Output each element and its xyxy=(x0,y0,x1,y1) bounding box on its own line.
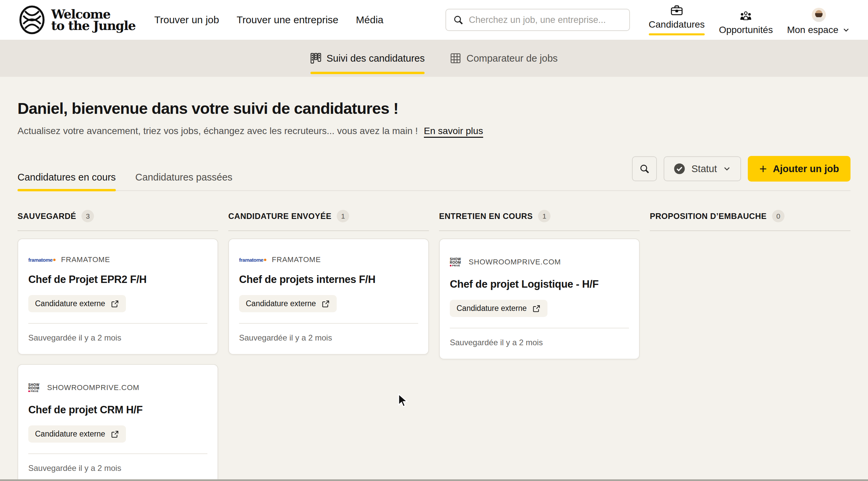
tab-candidatures-passees[interactable]: Candidatures passées xyxy=(135,172,232,190)
column-divider xyxy=(650,231,850,231)
search-icon xyxy=(639,163,650,174)
nav-candidatures[interactable]: Candidatures xyxy=(649,4,705,35)
showroomprive-logo: SHOW ROOM PRIVÉ xyxy=(28,381,42,394)
card-meta: Sauvegardée il y a 2 mois xyxy=(450,338,629,347)
company-row: SHOW ROOM PRIVÉ SHOWROOMPRIVE.COM xyxy=(450,255,629,269)
tab-suivi-des-candidatures[interactable]: Suivi des candidatures xyxy=(310,40,425,77)
column-header: PROPOSITION D’EMBAUCHE 0 xyxy=(650,210,850,222)
external-application-tag[interactable]: Candidature externe xyxy=(28,425,126,443)
job-card[interactable]: framatome FRAMATOME Chef de Projet EPR2 … xyxy=(18,239,218,355)
chevron-down-icon xyxy=(842,26,850,34)
top-header: Welcome to the Jungle Trouver un job Tro… xyxy=(0,0,868,40)
framatome-logo-dot xyxy=(53,259,56,261)
page-title: Daniel, bienvenue dans votre suivi de ca… xyxy=(18,99,850,118)
framatome-logo: framatome xyxy=(28,257,53,263)
tag-label: Candidature externe xyxy=(35,429,105,439)
tab-comparateur-label: Comparateur de jobs xyxy=(466,53,558,64)
column-divider xyxy=(228,231,429,231)
nav-mon-espace-label: Mon espace xyxy=(787,25,838,35)
external-application-tag[interactable]: Candidature externe xyxy=(239,295,337,312)
kanban-board: SAUVEGARDÉ 3 framatome FRAMATOME Chef de… xyxy=(18,210,850,481)
column-cards: framatome FRAMATOME Chef de Projet EPR2 … xyxy=(18,239,218,481)
plus-icon: + xyxy=(759,162,767,175)
status-filter-dropdown[interactable]: Statut xyxy=(663,156,741,181)
tag-label: Candidature externe xyxy=(246,299,316,308)
grid-icon xyxy=(450,53,461,64)
card-divider xyxy=(239,323,418,324)
card-divider xyxy=(28,453,208,454)
status-tabs: Candidatures en cours Candidatures passé… xyxy=(18,172,232,190)
nav-media[interactable]: Média xyxy=(356,14,383,26)
external-link-icon xyxy=(321,299,330,308)
job-title: Chef de Projet EPR2 F/H xyxy=(28,273,208,285)
company-row: framatome FRAMATOME xyxy=(28,255,208,264)
search-icon xyxy=(453,14,464,25)
column-sauvegarde: SAUVEGARDÉ 3 framatome FRAMATOME Chef de… xyxy=(18,210,218,481)
nav-mon-espace[interactable]: Mon espace xyxy=(787,8,850,35)
column-count-badge: 0 xyxy=(772,210,784,222)
company-name: FRAMATOME xyxy=(61,255,110,264)
job-card[interactable]: SHOW ROOM PRIVÉ SHOWROOMPRIVE.COM Chef d… xyxy=(18,364,218,481)
column-header: CANDIDATURE ENVOYÉE 1 xyxy=(228,210,429,222)
job-card[interactable]: SHOW ROOM PRIVÉ SHOWROOMPRIVE.COM Chef d… xyxy=(439,239,640,359)
card-meta: Sauvegardée il y a 2 mois xyxy=(239,333,418,342)
card-meta: Sauvegardée il y a 2 mois xyxy=(28,333,208,342)
wttj-logo[interactable]: Welcome to the Jungle xyxy=(18,5,135,34)
search-jobs-button[interactable] xyxy=(632,156,657,181)
column-title: ENTRETIEN EN COURS xyxy=(439,212,533,221)
chevron-down-icon xyxy=(722,164,732,174)
company-row: SHOW ROOM PRIVÉ SHOWROOMPRIVE.COM xyxy=(28,381,208,394)
global-search[interactable] xyxy=(445,9,630,31)
column-divider xyxy=(18,231,218,231)
kanban-icon xyxy=(310,53,321,64)
window-bottom-edge xyxy=(0,479,868,481)
check-circle-icon xyxy=(673,162,686,175)
company-name: FRAMATOME xyxy=(272,255,321,264)
tab-candidatures-en-cours[interactable]: Candidatures en cours xyxy=(18,172,116,190)
job-title: Chef de projet CRM H/F xyxy=(28,404,208,416)
page-subtitle-text: Actualisez votre avancement, triez vos j… xyxy=(18,126,418,136)
column-header: ENTRETIEN EN COURS 1 xyxy=(439,210,640,222)
tab-suivi-label: Suivi des candidatures xyxy=(327,53,425,64)
add-job-button[interactable]: + Ajouter un job xyxy=(748,156,850,182)
account-nav: Candidatures Opportunités xyxy=(649,4,850,35)
column-title: PROPOSITION D’EMBAUCHE xyxy=(650,212,767,221)
column-cards: SHOW ROOM PRIVÉ SHOWROOMPRIVE.COM Chef d… xyxy=(439,239,640,359)
showroomprive-logo: SHOW ROOM PRIVÉ xyxy=(450,255,463,269)
card-divider xyxy=(28,323,208,324)
briefcase-icon xyxy=(670,4,683,17)
external-application-tag[interactable]: Candidature externe xyxy=(450,300,548,317)
column-proposition-embauche: PROPOSITION D’EMBAUCHE 0 xyxy=(650,210,850,481)
user-avatar xyxy=(812,8,826,22)
tab-row: Candidatures en cours Candidatures passé… xyxy=(18,156,850,191)
column-count-badge: 3 xyxy=(82,210,94,222)
wttj-globe-icon xyxy=(18,5,46,34)
column-divider xyxy=(439,231,640,231)
column-title: SAUVEGARDÉ xyxy=(18,212,76,221)
main-nav: Trouver un job Trouver une entreprise Mé… xyxy=(154,14,383,26)
column-entretien-en-cours: ENTRETIEN EN COURS 1 SHOW ROOM PRIVÉ SHO… xyxy=(439,210,640,481)
learn-more-link[interactable]: En savoir plus xyxy=(424,126,483,138)
external-application-tag[interactable]: Candidature externe xyxy=(28,295,126,312)
tag-label: Candidature externe xyxy=(457,304,527,313)
column-count-badge: 1 xyxy=(337,210,349,222)
company-row: framatome FRAMATOME xyxy=(239,255,418,264)
nav-opportunites[interactable]: Opportunités xyxy=(719,10,773,35)
add-job-label: Ajouter un job xyxy=(773,163,839,175)
job-title: Chef de projets internes F/H xyxy=(239,273,418,285)
job-card[interactable]: framatome FRAMATOME Chef de projets inte… xyxy=(228,239,429,355)
column-cards: framatome FRAMATOME Chef de projets inte… xyxy=(228,239,429,355)
search-input[interactable] xyxy=(469,15,623,25)
company-name: SHOWROOMPRIVE.COM xyxy=(469,258,561,266)
external-link-icon xyxy=(111,430,119,439)
subnav: Suivi des candidatures Comparateur de jo… xyxy=(0,40,868,77)
tab-comparateur-de-jobs[interactable]: Comparateur de jobs xyxy=(450,40,558,77)
nav-trouver-un-job[interactable]: Trouver un job xyxy=(154,14,219,26)
active-underline xyxy=(649,33,705,35)
card-meta: Sauvegardée il y a 2 mois xyxy=(28,463,208,473)
column-header: SAUVEGARDÉ 3 xyxy=(18,210,218,222)
nav-trouver-une-entreprise[interactable]: Trouver une entreprise xyxy=(237,14,338,26)
company-name: SHOWROOMPRIVE.COM xyxy=(47,383,140,392)
people-icon xyxy=(739,10,752,22)
tag-label: Candidature externe xyxy=(35,299,105,308)
